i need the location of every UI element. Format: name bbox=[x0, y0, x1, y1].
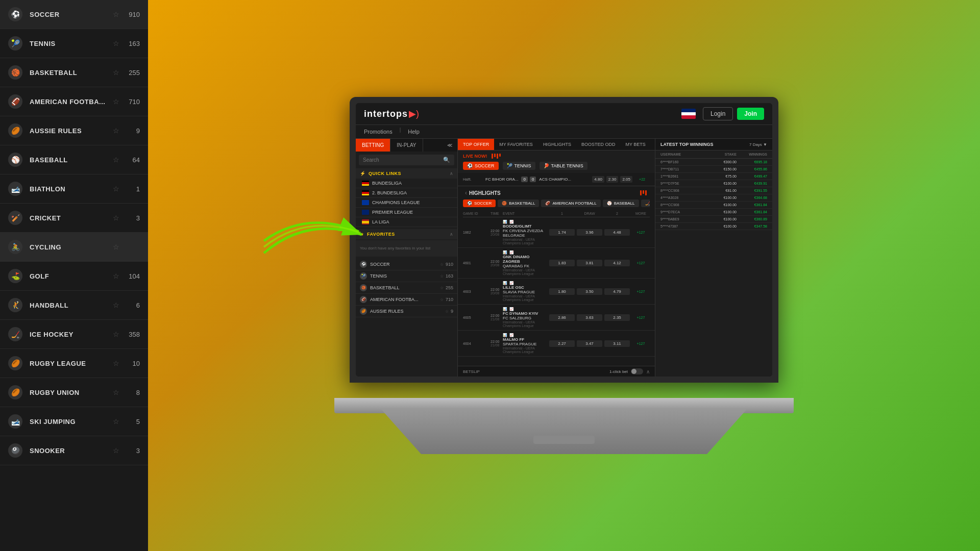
sidebar-item-soccer[interactable]: ⚽ SOCCER ☆ 910 bbox=[0, 0, 148, 29]
sidebar-aussie-rules[interactable]: 🏉 AUSSIE RULES ☆ 9 bbox=[356, 306, 457, 317]
hl-american-football[interactable]: 🏈 AMERICAN FOOTBALL bbox=[541, 199, 600, 207]
hl-basketball[interactable]: 🏀 BASKETBALL bbox=[498, 199, 539, 207]
match-more[interactable]: +127 bbox=[632, 290, 650, 293]
sidebar-american-football[interactable]: 🏈 AMERICAN FOOTBA... ☆ 710 bbox=[356, 294, 457, 306]
tab-my-favorites[interactable]: MY FAVORITES bbox=[494, 139, 538, 150]
live-tabletennis-btn[interactable]: 🏓 TABLE TENNIS bbox=[540, 162, 587, 170]
league-bundesliga[interactable]: BUNDESLIGA bbox=[356, 179, 457, 188]
soccer-star[interactable]: ☆ bbox=[440, 262, 444, 267]
star-icon[interactable]: ☆ bbox=[113, 68, 119, 77]
odd-1[interactable]: 1.80 bbox=[549, 288, 575, 295]
star-icon[interactable]: ☆ bbox=[113, 185, 119, 193]
oneclick-toggle[interactable] bbox=[631, 368, 643, 374]
odd-draw[interactable]: 3.96 bbox=[577, 229, 602, 236]
star-icon[interactable]: ☆ bbox=[113, 156, 119, 164]
star-icon[interactable]: ☆ bbox=[113, 330, 119, 338]
sidebar-item-cricket[interactable]: 🏏 CRICKET ☆ 3 bbox=[0, 204, 148, 233]
odd-1[interactable]: 2.86 bbox=[549, 314, 575, 321]
sidebar-item-aussierules[interactable]: 🏉 AUSSIE RULES ☆ 9 bbox=[0, 116, 148, 145]
star-icon[interactable]: ☆ bbox=[113, 359, 119, 367]
odd-1[interactable]: 2.27 bbox=[549, 340, 575, 347]
sidebar-item-golf[interactable]: ⛳ GOLF ☆ 104 bbox=[0, 262, 148, 291]
odd-2[interactable]: 4.48 bbox=[604, 229, 630, 236]
af-star[interactable]: ☆ bbox=[440, 297, 444, 302]
tab-my-bets[interactable]: MY BETS bbox=[620, 139, 650, 150]
sidebar-item-rugbyleague[interactable]: 🏉 RUGBY LEAGUE ☆ 10 bbox=[0, 349, 148, 378]
hl-soccer[interactable]: ⚽ SOCCER bbox=[463, 199, 496, 207]
odd-1[interactable]: 1.83 bbox=[549, 260, 575, 266]
star-icon[interactable]: ☆ bbox=[113, 388, 119, 396]
star-icon[interactable]: ☆ bbox=[113, 272, 119, 280]
join-button[interactable]: Join bbox=[737, 108, 764, 120]
tab-boosted-odd[interactable]: BOOSTED ODD bbox=[576, 139, 621, 150]
sidebar-item-cycling[interactable]: 🚴 CYCLING ☆ bbox=[0, 233, 148, 262]
table-row[interactable]: 4604 22:0021/08 📊 📈 MALMO FF SPARTA PRAG… bbox=[458, 331, 655, 357]
star-icon[interactable]: ☆ bbox=[113, 127, 119, 135]
login-button[interactable]: Login bbox=[703, 107, 733, 120]
hl-baseball[interactable]: ⚾ BASEBALL bbox=[603, 199, 639, 207]
match-more[interactable]: +127 bbox=[632, 342, 650, 345]
odd-draw[interactable]: 3.47 bbox=[577, 340, 602, 347]
basketball-star[interactable]: ☆ bbox=[440, 286, 444, 290]
table-row[interactable]: 4603 22:0020/08 📊 📈 LILLE OSC SLAVIA PRA… bbox=[458, 279, 655, 305]
sidebar-basketball[interactable]: 🏀 BASKETBALL ☆ 255 bbox=[356, 282, 457, 294]
sidebar-item-baseball[interactable]: ⚾ BASEBALL ☆ 64 bbox=[0, 145, 148, 174]
star-icon[interactable]: ☆ bbox=[113, 214, 119, 222]
sidebar-item-skijumping[interactable]: 🎿 SKI JUMPING ☆ 5 bbox=[0, 407, 148, 436]
tennis-star[interactable]: ☆ bbox=[440, 274, 444, 279]
live-more[interactable]: +22 bbox=[634, 178, 650, 181]
nav-promotions[interactable]: Promotions bbox=[364, 127, 393, 136]
match-more[interactable]: +127 bbox=[632, 231, 650, 234]
table-row[interactable]: 4601 22:0020/08 📊 📈 GNK DINAMO ZAGREB QA… bbox=[458, 248, 655, 279]
sidebar-item-snooker[interactable]: 🎱 SNOOKER ☆ 3 bbox=[0, 436, 148, 465]
star-icon[interactable]: ☆ bbox=[113, 301, 119, 309]
sidebar-item-americanfootba...[interactable]: 🏈 AMERICAN FOOTBA... ☆ 710 bbox=[0, 87, 148, 116]
odd-draw[interactable]: 2.30 bbox=[606, 176, 619, 183]
table-row[interactable]: 4605 22:0021/08 📊 📈 FC DYNAMO KYIV FC SA… bbox=[458, 305, 655, 331]
sidebar-item-handball[interactable]: 🤾 HANDBALL ☆ 6 bbox=[0, 291, 148, 320]
tab-betting[interactable]: BETTING bbox=[356, 139, 390, 152]
star-icon[interactable]: ☆ bbox=[113, 417, 119, 425]
star-icon[interactable]: ☆ bbox=[113, 10, 119, 18]
tabs-chevron[interactable]: ≪ bbox=[442, 139, 457, 152]
odd-2[interactable]: 2.35 bbox=[604, 314, 630, 321]
hl-nav-left[interactable]: ‹ bbox=[463, 189, 469, 196]
odd-2[interactable]: 4.12 bbox=[604, 260, 630, 266]
odd-draw[interactable]: 3.81 bbox=[577, 260, 602, 266]
hl-icehockey[interactable]: 🏒 ICE HOCKEY bbox=[641, 199, 650, 207]
tab-highlights[interactable]: HIGHLIGHTS bbox=[538, 139, 576, 150]
star-icon[interactable]: ☆ bbox=[113, 243, 119, 251]
live-match-row[interactable]: Halft. FC BIHOR ORA... 0 0 ACS CHAMPIO bbox=[463, 174, 650, 185]
decimal-selector[interactable]: Decimal ▼ bbox=[651, 139, 655, 150]
search-input[interactable] bbox=[363, 157, 443, 163]
odd-2[interactable]: 4.79 bbox=[604, 288, 630, 295]
live-soccer-btn[interactable]: ⚽ SOCCER bbox=[463, 162, 499, 170]
odd-away[interactable]: 2.05 bbox=[620, 176, 632, 183]
star-icon[interactable]: ☆ bbox=[113, 97, 119, 106]
odd-draw[interactable]: 3.50 bbox=[577, 288, 602, 295]
tab-inplay[interactable]: IN-PLAY bbox=[390, 139, 423, 152]
quick-links-header[interactable]: ⚡ QUICK LINKS ∧ bbox=[356, 168, 457, 179]
sidebar-tennis[interactable]: 🎾 TENNIS ☆ 163 bbox=[356, 270, 457, 282]
odd-1[interactable]: 1.74 bbox=[549, 229, 575, 236]
sidebar-item-rugbyunion[interactable]: 🏉 RUGBY UNION ☆ 8 bbox=[0, 378, 148, 407]
nav-help[interactable]: Help bbox=[408, 127, 420, 136]
sidebar-item-biathlon[interactable]: 🎿 BIATHLON ☆ 1 bbox=[0, 174, 148, 204]
match-more[interactable]: +127 bbox=[632, 316, 650, 319]
sidebar-item-basketball[interactable]: 🏀 BASKETBALL ☆ 255 bbox=[0, 58, 148, 87]
odd-2[interactable]: 3.11 bbox=[604, 340, 630, 347]
tab-top-offer[interactable]: TOP OFFER bbox=[458, 139, 494, 150]
league-2bundesliga[interactable]: 2. BUNDESLIGA bbox=[356, 188, 457, 198]
right-days[interactable]: 7 Days ▼ bbox=[749, 142, 767, 147]
sidebar-item-tennis[interactable]: 🎾 TENNIS ☆ 163 bbox=[0, 29, 148, 58]
star-icon[interactable]: ☆ bbox=[113, 446, 119, 455]
sidebar-item-icehockey[interactable]: 🏒 ICE HOCKEY ☆ 358 bbox=[0, 320, 148, 349]
odd-home[interactable]: 4.80 bbox=[592, 176, 604, 183]
betslip-chevron[interactable]: ∧ bbox=[646, 369, 650, 374]
table-row[interactable]: 1862 22:0020/08 📊 📈 BODOE/GLIMT FK CRVEN… bbox=[458, 217, 655, 248]
star-icon[interactable]: ☆ bbox=[113, 39, 119, 47]
live-tennis-btn[interactable]: 🎾 TENNIS bbox=[503, 162, 535, 170]
odd-draw[interactable]: 3.63 bbox=[577, 314, 602, 321]
match-more[interactable]: +127 bbox=[632, 261, 650, 265]
aussie-star[interactable]: ☆ bbox=[445, 309, 449, 314]
